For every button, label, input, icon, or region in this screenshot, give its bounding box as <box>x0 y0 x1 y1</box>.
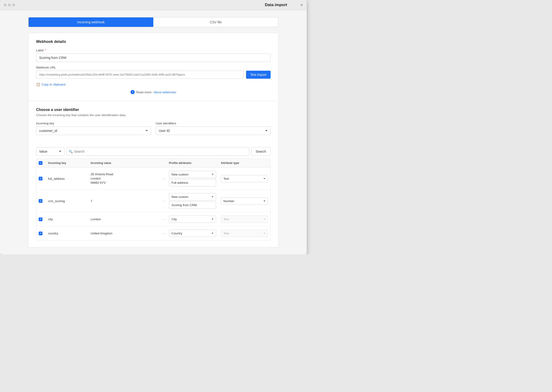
incoming-key-group: Incoming key customer_id <box>36 122 151 135</box>
row-4-checkbox[interactable] <box>39 231 43 235</box>
table-row: city London → City Te <box>36 212 270 226</box>
webhook-details-section: Webhook details Label * Webhook URL Test… <box>28 33 278 101</box>
row-3-incoming-value: London <box>88 216 160 222</box>
row-4-attr-select[interactable]: Country <box>169 230 216 237</box>
title-bar: Data import × <box>0 0 307 10</box>
search-filter-select[interactable]: Value <box>36 147 64 156</box>
select-all-checkbox[interactable] <box>39 161 43 165</box>
search-icon: 🔍 <box>69 150 73 153</box>
th-attribute-type: Attribute type <box>218 161 270 165</box>
main-content: Incoming webhook CSV file Webhook detail… <box>0 10 307 254</box>
row-3-attr-type: Text <box>218 214 270 224</box>
mapping-table: Incoming key Incoming value Profile attr… <box>36 159 271 240</box>
row-2-attr-name-input[interactable] <box>169 201 216 209</box>
th-incoming-value: Incoming value <box>88 161 160 165</box>
user-identifier-section: Choose a user identifier Choose the inco… <box>28 101 278 247</box>
row-4-profile-attr: Country <box>167 228 218 238</box>
row-2-incoming-key: crm_scoring <box>46 198 88 204</box>
user-identifier-title: Choose a user identifier <box>36 108 271 112</box>
row-3-attr-select[interactable]: City <box>169 216 216 223</box>
row-1-arrow: → <box>160 175 167 182</box>
window-title: Data import <box>265 3 287 7</box>
info-icon: i <box>131 90 135 94</box>
user-identifier-description: Choose the incoming key that contains th… <box>36 113 271 117</box>
row-checkbox <box>36 230 46 237</box>
dot-red <box>4 4 7 6</box>
search-row: Value 🔍 Search <box>36 144 271 159</box>
row-1-attr-type: Text <box>218 174 270 184</box>
user-identifiers-label: User identifiers <box>156 122 271 125</box>
row-2-attr-type: Number <box>218 196 270 206</box>
table-row: country United Kingdom → Country <box>36 226 270 240</box>
arrow-icon: → <box>162 199 165 203</box>
search-button[interactable]: Search <box>251 147 271 156</box>
webhook-url-form-group: Webhook URL Test import <box>36 66 271 79</box>
arrow-icon: → <box>162 217 165 221</box>
row-4-arrow: → <box>160 230 167 237</box>
row-2-incoming-value: 7 <box>88 198 160 204</box>
row-1-checkbox[interactable] <box>39 177 43 181</box>
label-field-label: Label * <box>36 49 271 52</box>
row-1-profile-attr: New custom <box>167 169 218 188</box>
row-2-type-select[interactable]: Number <box>221 197 268 205</box>
copy-to-clipboard-link[interactable]: 📋 Copy to clipboard <box>36 83 271 86</box>
row-checkbox <box>36 216 46 223</box>
row-2-checkbox[interactable] <box>39 199 43 203</box>
dot-yellow <box>8 4 11 6</box>
row-1-incoming-value: 28 Victoria Road London NW82 6YV <box>88 171 160 187</box>
read-more-row: i Read more: About webhooks <box>36 90 271 94</box>
th-checkbox <box>36 161 46 165</box>
row-4-incoming-key: country <box>46 230 88 237</box>
webhook-url-row: Test import <box>36 71 271 79</box>
webhook-details-title: Webhook details <box>36 40 271 44</box>
row-3-incoming-key: city <box>46 216 88 222</box>
row-4-attr-type: Text <box>218 228 270 238</box>
row-1-attr-select[interactable]: New custom <box>169 171 216 178</box>
label-input[interactable] <box>36 54 271 62</box>
row-2-attr-select[interactable]: New custom <box>169 193 216 201</box>
row-2-arrow: → <box>160 198 167 204</box>
search-input-wrap: 🔍 <box>66 147 249 156</box>
row-3-arrow: → <box>160 216 167 223</box>
row-3-checkbox[interactable] <box>39 217 43 221</box>
incoming-key-label: Incoming key <box>36 122 151 125</box>
webhook-url-input <box>36 71 244 79</box>
row-1-attr-name-input[interactable] <box>169 179 216 186</box>
close-button[interactable]: × <box>300 3 303 7</box>
table-row: crm_scoring 7 → New custom <box>36 190 270 212</box>
label-form-group: Label * <box>36 49 271 62</box>
table-row: full_address 28 Victoria Road London NW8… <box>36 168 270 190</box>
row-checkbox <box>36 198 46 204</box>
required-marker: * <box>44 49 46 52</box>
th-incoming-key: Incoming key <box>46 161 88 165</box>
tab-bar: Incoming webhook CSV file <box>28 17 278 27</box>
row-2-profile-attr: New custom <box>167 192 218 210</box>
incoming-key-select[interactable]: customer_id <box>36 126 151 135</box>
row-4-type-disabled: Text <box>221 230 268 237</box>
webhook-url-label: Webhook URL <box>36 66 271 69</box>
th-arrow <box>160 161 167 165</box>
row-1-incoming-key: full_address <box>46 175 88 182</box>
window-dots <box>4 4 15 6</box>
test-import-button[interactable]: Test import <box>246 71 271 79</box>
row-1-type-select[interactable]: Text <box>221 175 268 182</box>
row-3-type-disabled: Text <box>221 216 268 223</box>
th-profile-attributes: Profile attributes <box>167 161 218 165</box>
search-input[interactable] <box>66 147 249 156</box>
row-checkbox <box>36 175 46 182</box>
tab-incoming-webhook[interactable]: Incoming webhook <box>29 17 153 27</box>
about-webhooks-link[interactable]: About webhooks <box>153 91 176 94</box>
copy-icon: 📋 <box>36 83 40 86</box>
table-header: Incoming key Incoming value Profile attr… <box>36 159 270 168</box>
user-identifiers-group: User identifiers User ID <box>156 122 271 135</box>
tab-csv-file[interactable]: CSV file <box>153 17 278 27</box>
arrow-icon: → <box>162 177 165 181</box>
user-identifiers-select[interactable]: User ID <box>156 126 271 135</box>
row-3-profile-attr: City <box>167 214 218 224</box>
arrow-icon: → <box>162 231 165 235</box>
identifier-fields: Incoming key customer_id User identifier… <box>36 122 271 139</box>
dot-green <box>12 4 15 6</box>
row-4-incoming-value: United Kingdom <box>88 230 160 237</box>
